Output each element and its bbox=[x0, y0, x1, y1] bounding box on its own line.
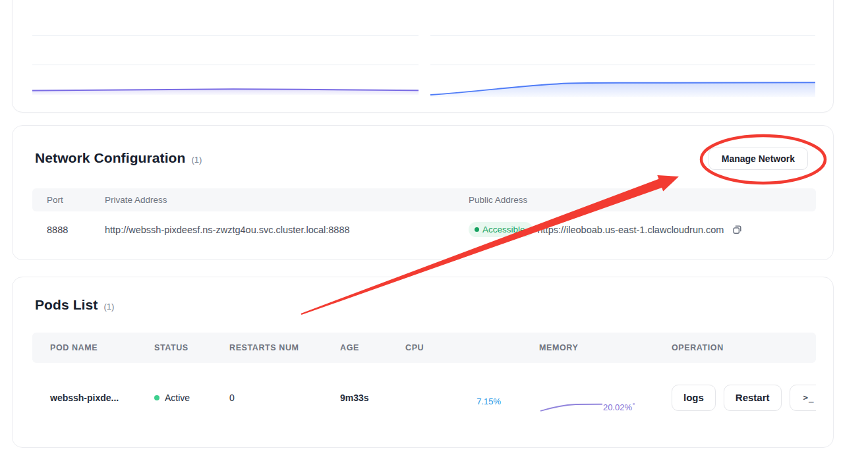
column-cpu: CPU bbox=[405, 343, 539, 352]
pods-table-row: webssh-pixde... Active 0 9m33s 7.15% bbox=[32, 363, 816, 432]
pods-section-title: Pods List (1) bbox=[35, 297, 114, 313]
pod-operation-cell: logs Restart >_ bbox=[672, 385, 816, 411]
accessible-label: Accessible bbox=[482, 225, 525, 234]
network-section-title: Network Configuration (1) bbox=[35, 150, 202, 166]
pods-count: (1) bbox=[103, 302, 114, 312]
column-port: Port bbox=[47, 195, 105, 205]
memory-sparkline: 20.02% bbox=[539, 383, 636, 412]
port-value: 8888 bbox=[47, 225, 105, 235]
cpu-sparkline: 7.15% bbox=[405, 383, 505, 412]
private-address-value: http://webssh-pixdeesf.ns-zwztg4ou.svc.c… bbox=[105, 225, 469, 235]
network-table-row: 8888 http://webssh-pixdeesf.ns-zwztg4ou.… bbox=[32, 211, 816, 248]
logs-button[interactable]: logs bbox=[672, 385, 716, 411]
column-memory: MEMORY bbox=[539, 343, 672, 352]
network-title: Network Configuration bbox=[35, 150, 185, 166]
pod-status-value: Active bbox=[165, 393, 190, 403]
network-count: (1) bbox=[191, 155, 202, 165]
column-age: AGE bbox=[340, 343, 405, 352]
pods-title: Pods List bbox=[35, 297, 98, 313]
network-table-header: Port Private Address Public Address bbox=[32, 188, 816, 211]
column-pod-name: POD NAME bbox=[50, 343, 154, 352]
pods-list-card: Pods List (1) POD NAME STATUS RESTARTS N… bbox=[12, 277, 834, 448]
memory-value: 20.02% bbox=[602, 402, 633, 412]
accessible-badge: Accessible bbox=[469, 222, 533, 237]
pod-status-cell: Active bbox=[154, 393, 229, 403]
public-address-cell: Accessible https://ileoboab.us-east-1.cl… bbox=[469, 222, 816, 237]
monitor-chart-left bbox=[32, 0, 419, 113]
column-private-address: Private Address bbox=[105, 195, 469, 205]
manage-network-button[interactable]: Manage Network bbox=[709, 148, 808, 170]
monitor-card bbox=[12, 0, 834, 113]
monitor-chart-right bbox=[430, 0, 815, 113]
blue-area-chart bbox=[430, 0, 815, 113]
column-restarts-num: RESTARTS NUM bbox=[229, 343, 340, 352]
cpu-value: 7.15% bbox=[477, 396, 501, 406]
pod-cpu-cell: 7.15% bbox=[405, 383, 539, 412]
column-operation: OPERATION bbox=[672, 343, 816, 352]
restart-button[interactable]: Restart bbox=[724, 385, 782, 411]
public-address-link[interactable]: https://ileoboab.us-east-1.clawcloudrun.… bbox=[538, 225, 724, 235]
pods-table-header: POD NAME STATUS RESTARTS NUM AGE CPU MEM… bbox=[32, 333, 816, 363]
pod-name-value: webssh-pixde... bbox=[50, 393, 154, 403]
column-public-address: Public Address bbox=[469, 195, 816, 205]
column-status: STATUS bbox=[154, 343, 229, 352]
accessible-dot-icon bbox=[475, 227, 479, 232]
terminal-button[interactable]: >_ bbox=[790, 385, 816, 411]
network-configuration-card: Network Configuration (1) Manage Network… bbox=[12, 125, 834, 260]
pod-restarts-value: 0 bbox=[229, 393, 340, 403]
pod-memory-cell: 20.02% bbox=[539, 383, 672, 412]
terminal-icon: >_ bbox=[803, 393, 815, 402]
pod-age-value: 9m33s bbox=[340, 393, 405, 403]
copy-icon[interactable] bbox=[732, 224, 743, 235]
purple-area-chart bbox=[32, 0, 419, 113]
active-dot-icon bbox=[154, 395, 159, 400]
